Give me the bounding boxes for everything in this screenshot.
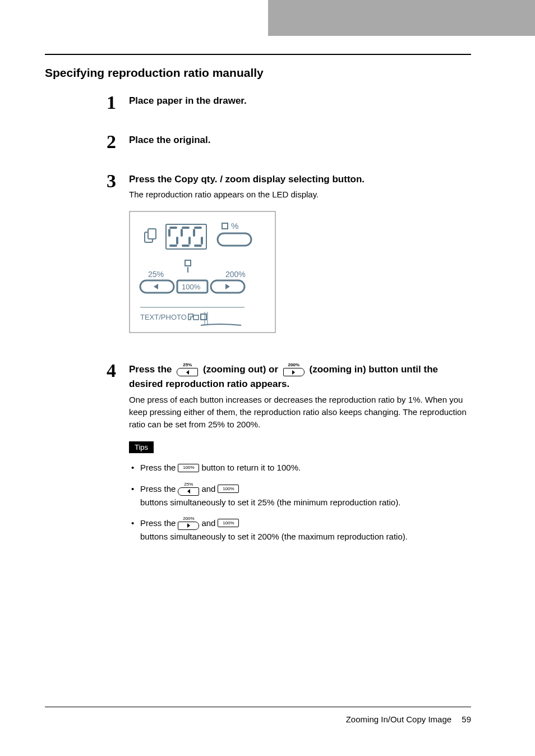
step-3-title: Press the Copy qty. / zoom display selec… xyxy=(129,173,471,186)
step-1-title: Place paper in the drawer. xyxy=(129,94,471,108)
tip1-b: button to return it to 100%. xyxy=(201,461,301,474)
zoom-out-button-icon: 25% xyxy=(177,363,198,376)
step4-text-b: (zooming out) or xyxy=(203,364,278,375)
tips-list: Press the 100% button to return it to 10… xyxy=(129,461,471,543)
svg-text:%: % xyxy=(231,221,238,231)
reset-100-button-icon: 100% xyxy=(178,464,199,472)
svg-text:200%: 200% xyxy=(225,270,246,279)
header-gray-block xyxy=(268,0,535,36)
step-3: 3 Press the Copy qty. / zoom display sel… xyxy=(107,172,471,341)
step-4-title: Press the 25% (zooming out) or 200% (zoo… xyxy=(129,362,471,392)
tip-1: Press the 100% button to return it to 10… xyxy=(129,461,471,474)
tip3-a: Press the xyxy=(140,517,176,529)
footer: Zooming In/Out Copy Image 59 xyxy=(346,714,471,724)
tip3-c: buttons simultaneously to set it 200% (t… xyxy=(140,530,408,543)
svg-text:TEXT/PHOTO: TEXT/PHOTO xyxy=(140,313,187,321)
page-number: 59 xyxy=(462,714,471,724)
reset-100-button-icon: 100% xyxy=(218,485,239,493)
section-title: Specifying reproduction ratio manually xyxy=(45,66,471,80)
step-number: 4 xyxy=(107,361,129,380)
step-2: 2 Place the original. xyxy=(107,132,471,151)
tip3-b: and xyxy=(201,517,215,529)
step-2-title: Place the original. xyxy=(129,133,471,147)
footer-text: Zooming In/Out Copy Image xyxy=(346,714,451,724)
tip2-a: Press the xyxy=(140,482,176,495)
control-panel-illustration: % 25% 200% 100% xyxy=(129,211,471,335)
reset-100-button-icon: 100% xyxy=(218,519,239,527)
tip2-b: and xyxy=(201,482,215,495)
svg-rect-2 xyxy=(148,229,156,239)
step-4-desc: One press of each button increases or de… xyxy=(129,394,471,430)
step4-text-a: Press the xyxy=(129,364,172,375)
top-divider xyxy=(45,54,471,55)
step-number: 1 xyxy=(107,93,129,112)
zoom-in-button-icon: 200% xyxy=(283,363,305,376)
svg-text:100%: 100% xyxy=(182,283,201,291)
svg-rect-18 xyxy=(218,233,251,246)
tip-2: Press the 25% and 100% buttons simultane… xyxy=(129,482,471,509)
step-number: 2 xyxy=(107,132,129,151)
footer-divider xyxy=(45,707,471,707)
tip-3: Press the 200% and 100% buttons simultan… xyxy=(129,517,471,543)
main-content: Specifying reproduction ratio manually 1… xyxy=(45,66,471,560)
tip2-c: buttons simultaneously to set it 25% (th… xyxy=(140,496,400,509)
zoom-in-button-icon: 200% xyxy=(178,517,199,530)
step-4: 4 Press the 25% (zooming out) or 200% (z… xyxy=(107,361,471,551)
zoom-out-button-icon: 25% xyxy=(178,482,199,496)
tips-label: Tips xyxy=(129,441,154,453)
step-number: 3 xyxy=(107,172,129,191)
svg-text:25%: 25% xyxy=(148,270,164,279)
step-3-desc: The reproduction ratio appears on the LE… xyxy=(129,188,471,201)
tip1-a: Press the xyxy=(140,461,176,474)
step-1: 1 Place paper in the drawer. xyxy=(107,93,471,112)
